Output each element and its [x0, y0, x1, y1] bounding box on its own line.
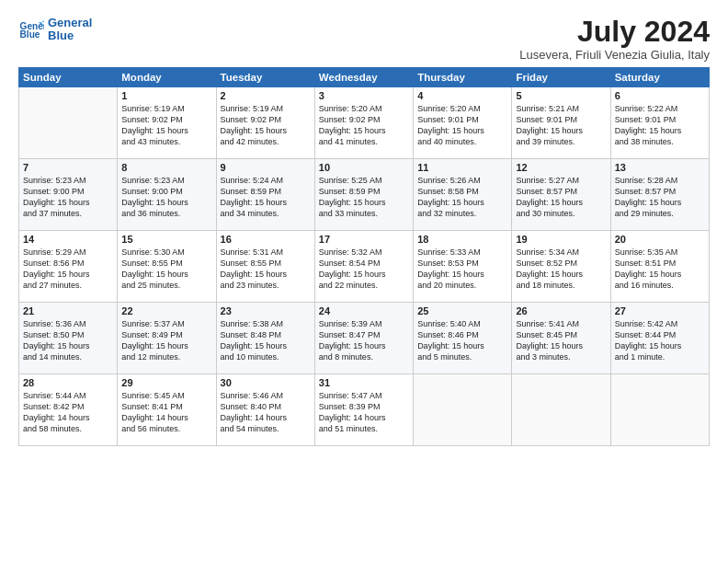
day-number: 15	[121, 234, 211, 245]
day-content: Sunrise: 5:21 AM Sunset: 9:01 PM Dayligh…	[516, 103, 606, 148]
calendar-cell: 27Sunrise: 5:42 AM Sunset: 8:44 PM Dayli…	[610, 303, 709, 374]
day-content: Sunrise: 5:33 AM Sunset: 8:53 PM Dayligh…	[417, 247, 507, 292]
day-number: 14	[23, 234, 113, 245]
day-content: Sunrise: 5:28 AM Sunset: 8:57 PM Dayligh…	[615, 175, 705, 220]
day-content: Sunrise: 5:20 AM Sunset: 9:01 PM Dayligh…	[417, 103, 507, 148]
day-content: Sunrise: 5:23 AM Sunset: 9:00 PM Dayligh…	[121, 175, 211, 220]
header: General Blue General Blue July 2024 Luse…	[18, 17, 710, 62]
day-content: Sunrise: 5:45 AM Sunset: 8:41 PM Dayligh…	[121, 390, 211, 435]
day-content: Sunrise: 5:23 AM Sunset: 9:00 PM Dayligh…	[23, 175, 113, 220]
calendar-cell	[414, 374, 512, 446]
day-number: 23	[221, 305, 311, 316]
calendar-cell: 18Sunrise: 5:33 AM Sunset: 8:53 PM Dayli…	[414, 231, 512, 303]
calendar-week-4: 21Sunrise: 5:36 AM Sunset: 8:50 PM Dayli…	[19, 303, 710, 374]
day-content: Sunrise: 5:34 AM Sunset: 8:52 PM Dayligh…	[516, 247, 606, 292]
logo: General Blue General Blue	[18, 17, 92, 43]
day-number: 26	[516, 305, 606, 316]
day-number: 3	[319, 90, 409, 101]
day-number: 9	[221, 162, 311, 173]
day-number: 22	[121, 305, 211, 316]
day-content: Sunrise: 5:31 AM Sunset: 8:55 PM Dayligh…	[221, 247, 311, 292]
day-content: Sunrise: 5:42 AM Sunset: 8:44 PM Dayligh…	[615, 318, 705, 363]
day-number: 10	[319, 162, 409, 173]
day-number: 24	[319, 305, 409, 316]
day-number: 4	[417, 90, 507, 101]
day-number: 29	[121, 377, 211, 388]
day-number: 31	[319, 377, 409, 388]
calendar-cell: 22Sunrise: 5:37 AM Sunset: 8:49 PM Dayli…	[118, 303, 216, 374]
day-number: 13	[615, 162, 705, 173]
day-number: 6	[615, 90, 705, 101]
day-content: Sunrise: 5:32 AM Sunset: 8:54 PM Dayligh…	[319, 247, 409, 292]
day-content: Sunrise: 5:40 AM Sunset: 8:46 PM Dayligh…	[417, 318, 507, 363]
calendar-week-1: 1Sunrise: 5:19 AM Sunset: 9:02 PM Daylig…	[19, 87, 710, 159]
col-tuesday: Tuesday	[216, 68, 314, 87]
calendar-cell: 11Sunrise: 5:26 AM Sunset: 8:58 PM Dayli…	[414, 159, 512, 231]
day-content: Sunrise: 5:35 AM Sunset: 8:51 PM Dayligh…	[615, 247, 705, 292]
calendar-cell	[610, 374, 709, 446]
location: Lusevera, Friuli Venezia Giulia, Italy	[519, 48, 710, 62]
calendar-cell: 31Sunrise: 5:47 AM Sunset: 8:39 PM Dayli…	[314, 374, 413, 446]
day-number: 28	[23, 377, 113, 388]
calendar-cell: 15Sunrise: 5:30 AM Sunset: 8:55 PM Dayli…	[118, 231, 216, 303]
day-number: 8	[121, 162, 211, 173]
calendar-cell: 13Sunrise: 5:28 AM Sunset: 8:57 PM Dayli…	[610, 159, 709, 231]
day-content: Sunrise: 5:44 AM Sunset: 8:42 PM Dayligh…	[23, 390, 113, 435]
logo-blue: Blue	[48, 29, 92, 42]
calendar-week-2: 7Sunrise: 5:23 AM Sunset: 9:00 PM Daylig…	[19, 159, 710, 231]
svg-text:Blue: Blue	[20, 30, 40, 40]
day-content: Sunrise: 5:22 AM Sunset: 9:01 PM Dayligh…	[615, 103, 705, 148]
day-content: Sunrise: 5:47 AM Sunset: 8:39 PM Dayligh…	[319, 390, 409, 435]
col-friday: Friday	[512, 68, 610, 87]
calendar-cell: 4Sunrise: 5:20 AM Sunset: 9:01 PM Daylig…	[414, 87, 512, 159]
day-content: Sunrise: 5:36 AM Sunset: 8:50 PM Dayligh…	[23, 318, 113, 363]
title-block: July 2024 Lusevera, Friuli Venezia Giuli…	[519, 17, 710, 62]
calendar-cell: 10Sunrise: 5:25 AM Sunset: 8:59 PM Dayli…	[314, 159, 413, 231]
day-content: Sunrise: 5:30 AM Sunset: 8:55 PM Dayligh…	[121, 247, 211, 292]
day-content: Sunrise: 5:46 AM Sunset: 8:40 PM Dayligh…	[221, 390, 311, 435]
calendar-page: General Blue General Blue July 2024 Luse…	[0, 0, 728, 563]
logo-icon: General Blue	[18, 17, 44, 42]
day-content: Sunrise: 5:29 AM Sunset: 8:56 PM Dayligh…	[23, 247, 113, 292]
day-content: Sunrise: 5:19 AM Sunset: 9:02 PM Dayligh…	[221, 103, 311, 148]
calendar-cell: 17Sunrise: 5:32 AM Sunset: 8:54 PM Dayli…	[314, 231, 413, 303]
day-number: 17	[319, 234, 409, 245]
calendar-week-3: 14Sunrise: 5:29 AM Sunset: 8:56 PM Dayli…	[19, 231, 710, 303]
calendar-table: Sunday Monday Tuesday Wednesday Thursday…	[18, 67, 710, 446]
calendar-cell: 1Sunrise: 5:19 AM Sunset: 9:02 PM Daylig…	[118, 87, 216, 159]
day-number: 12	[516, 162, 606, 173]
col-sunday: Sunday	[19, 68, 118, 87]
day-number: 7	[23, 162, 113, 173]
col-monday: Monday	[118, 68, 216, 87]
calendar-cell: 12Sunrise: 5:27 AM Sunset: 8:57 PM Dayli…	[512, 159, 610, 231]
day-number: 16	[221, 234, 311, 245]
calendar-cell: 7Sunrise: 5:23 AM Sunset: 9:00 PM Daylig…	[19, 159, 118, 231]
day-number: 11	[417, 162, 507, 173]
day-number: 27	[615, 305, 705, 316]
month-title: July 2024	[519, 17, 710, 46]
day-number: 21	[23, 305, 113, 316]
calendar-cell: 21Sunrise: 5:36 AM Sunset: 8:50 PM Dayli…	[19, 303, 118, 374]
day-content: Sunrise: 5:26 AM Sunset: 8:58 PM Dayligh…	[417, 175, 507, 220]
calendar-cell: 24Sunrise: 5:39 AM Sunset: 8:47 PM Dayli…	[314, 303, 413, 374]
day-content: Sunrise: 5:38 AM Sunset: 8:48 PM Dayligh…	[221, 318, 311, 363]
day-number: 1	[121, 90, 211, 101]
day-content: Sunrise: 5:19 AM Sunset: 9:02 PM Dayligh…	[121, 103, 211, 148]
calendar-cell: 26Sunrise: 5:41 AM Sunset: 8:45 PM Dayli…	[512, 303, 610, 374]
col-wednesday: Wednesday	[314, 68, 413, 87]
day-number: 2	[221, 90, 311, 101]
calendar-cell: 30Sunrise: 5:46 AM Sunset: 8:40 PM Dayli…	[216, 374, 314, 446]
day-number: 19	[516, 234, 606, 245]
day-content: Sunrise: 5:39 AM Sunset: 8:47 PM Dayligh…	[319, 318, 409, 363]
calendar-cell: 16Sunrise: 5:31 AM Sunset: 8:55 PM Dayli…	[216, 231, 314, 303]
calendar-cell: 6Sunrise: 5:22 AM Sunset: 9:01 PM Daylig…	[610, 87, 709, 159]
calendar-cell: 25Sunrise: 5:40 AM Sunset: 8:46 PM Dayli…	[414, 303, 512, 374]
calendar-cell: 29Sunrise: 5:45 AM Sunset: 8:41 PM Dayli…	[118, 374, 216, 446]
calendar-cell: 23Sunrise: 5:38 AM Sunset: 8:48 PM Dayli…	[216, 303, 314, 374]
calendar-cell: 2Sunrise: 5:19 AM Sunset: 9:02 PM Daylig…	[216, 87, 314, 159]
col-saturday: Saturday	[610, 68, 709, 87]
calendar-cell: 8Sunrise: 5:23 AM Sunset: 9:00 PM Daylig…	[118, 159, 216, 231]
header-row: Sunday Monday Tuesday Wednesday Thursday…	[19, 68, 710, 87]
day-number: 18	[417, 234, 507, 245]
day-number: 25	[417, 305, 507, 316]
